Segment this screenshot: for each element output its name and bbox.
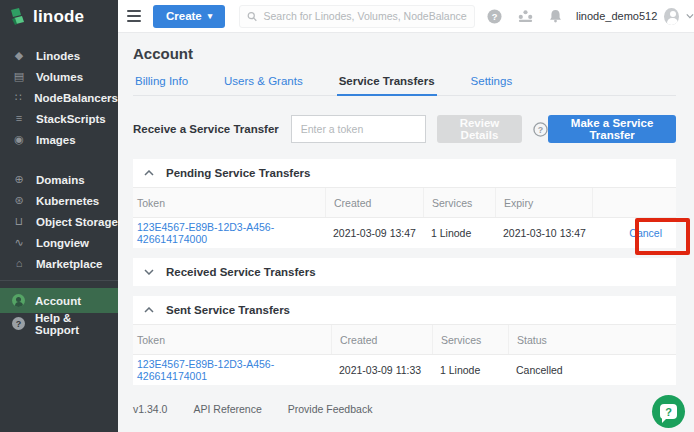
sidebar-item-label: Images	[36, 134, 76, 146]
brand-name: linode	[33, 7, 84, 27]
sidebar-item-images[interactable]: ◉ Images	[0, 129, 118, 150]
review-details-button[interactable]: Review Details	[437, 115, 522, 143]
avatar[interactable]	[664, 8, 679, 25]
sidebar-divider	[0, 280, 118, 281]
username[interactable]: linode_demo512	[576, 10, 657, 22]
linode-logo[interactable]: linode	[0, 0, 118, 33]
account-icon	[12, 294, 25, 307]
provide-feedback-link[interactable]: Provide Feedback	[288, 403, 373, 415]
pending-transfers-section: Pending Service Transfers Token Created …	[133, 159, 676, 248]
tab-service-transfers[interactable]: Service Transfers	[337, 75, 437, 96]
volumes-icon: ▤	[12, 71, 26, 82]
chevron-up-icon	[144, 307, 154, 313]
account-tabs: Billing Info Users & Grants Service Tran…	[133, 75, 676, 96]
make-service-transfer-button[interactable]: Make a Service Transfer	[548, 115, 676, 143]
receive-transfer-label: Receive a Service Transfer	[133, 123, 279, 135]
stackscripts-icon: ≡	[12, 113, 26, 124]
table-row: 123E4567-E89B-12D3-A456-426614174000 202…	[133, 217, 676, 248]
sidebar-item-label: Linodes	[36, 50, 80, 62]
sidebar-item-label: Volumes	[36, 71, 83, 83]
sidebar-item-linodes[interactable]: ◆ Linodes	[0, 45, 118, 66]
cancel-transfer-button[interactable]: Cancel	[629, 227, 662, 239]
svg-text:?: ?	[492, 11, 498, 21]
chevron-down-icon	[144, 269, 154, 275]
menu-icon[interactable]	[127, 10, 141, 22]
tab-users-grants[interactable]: Users & Grants	[222, 75, 305, 95]
token-input[interactable]	[291, 115, 426, 143]
search-icon	[247, 11, 257, 22]
receive-help-icon[interactable]: ?	[533, 122, 548, 137]
chevron-up-icon	[144, 170, 154, 176]
column-header-status: Status	[508, 325, 676, 354]
sidebar-item-account[interactable]: Account	[0, 288, 118, 313]
sidebar-item-marketplace[interactable]: ⌂ Marketplace	[0, 253, 118, 274]
community-icon[interactable]	[517, 9, 534, 23]
tab-billing-info[interactable]: Billing Info	[133, 75, 190, 95]
column-header-token: Token	[133, 188, 325, 217]
column-header-expiry: Expiry	[495, 188, 592, 217]
sidebar-item-volumes[interactable]: ▤ Volumes	[0, 66, 118, 87]
sidebar-item-longview[interactable]: ∿ Longview	[0, 232, 118, 253]
global-search[interactable]	[239, 5, 475, 28]
help-fab-button[interactable]: ?	[652, 395, 685, 428]
sidebar-item-stackscripts[interactable]: ≡ StackScripts	[0, 108, 118, 129]
sidebar-item-label: Kubernetes	[36, 195, 99, 207]
sidebar-item-object-storage[interactable]: ⊔ Object Storage	[0, 211, 118, 232]
sent-table-header: Token Created Services Status	[133, 324, 676, 354]
help-icon[interactable]: ?	[487, 9, 502, 24]
domains-icon: ⊕	[12, 174, 26, 185]
sent-status-cell: Cancelled	[508, 364, 676, 376]
sidebar-item-label: Help & Support	[35, 312, 118, 336]
create-button[interactable]: Create ▾	[153, 5, 225, 28]
help-icon: ?	[12, 317, 25, 330]
pending-expiry-cell: 2021-03-10 13:47	[495, 227, 592, 239]
sent-created-cell: 2021-03-09 11:33	[331, 364, 432, 376]
help-bubble-icon: ?	[660, 404, 677, 419]
sidebar-item-domains[interactable]: ⊕ Domains	[0, 169, 118, 190]
sidebar-item-kubernetes[interactable]: ⊛ Kubernetes	[0, 190, 118, 211]
pending-token-link[interactable]: 123E4567-E89B-12D3-A456-426614174000	[137, 221, 274, 245]
notifications-bell-icon[interactable]	[549, 9, 562, 23]
sidebar-item-nodebalancers[interactable]: ∷ NodeBalancers	[0, 87, 118, 108]
pending-table-header: Token Created Services Expiry	[133, 187, 676, 217]
top-bar: Create ▾ ? li	[118, 0, 694, 33]
sidebar-item-label: Longview	[36, 237, 89, 249]
page-footer: v1.34.0 API Reference Provide Feedback	[133, 403, 676, 415]
pending-services-cell: 1 Linode	[423, 227, 495, 239]
nodebalancers-icon: ∷	[12, 92, 24, 103]
linode-logo-icon	[10, 8, 26, 26]
search-input[interactable]	[263, 10, 467, 22]
user-menu-chevron-icon[interactable]	[686, 13, 694, 19]
main-content: Account Billing Info Users & Grants Serv…	[118, 33, 694, 432]
receive-transfer-row: Receive a Service Transfer Review Detail…	[133, 115, 676, 143]
topbar-icons: ?	[487, 9, 562, 24]
sent-services-cell: 1 Linode	[432, 364, 508, 376]
object-storage-icon: ⊔	[12, 216, 26, 227]
kubernetes-icon: ⊛	[12, 195, 26, 206]
sidebar-item-label: Marketplace	[36, 258, 102, 270]
sidebar: linode ◆ Linodes ▤ Volumes ∷ NodeBalance…	[0, 0, 118, 432]
linode-icon: ◆	[12, 50, 26, 61]
sidebar-item-help-support[interactable]: ? Help & Support	[0, 313, 118, 334]
section-title: Pending Service Transfers	[166, 167, 310, 179]
sent-section-header[interactable]: Sent Service Transfers	[133, 296, 676, 324]
sidebar-item-label: Object Storage	[36, 216, 118, 228]
page-title: Account	[133, 45, 676, 62]
api-reference-link[interactable]: API Reference	[193, 403, 261, 415]
version-label: v1.34.0	[133, 403, 167, 415]
pending-section-header[interactable]: Pending Service Transfers	[133, 159, 676, 187]
app-window: linode ◆ Linodes ▤ Volumes ∷ NodeBalance…	[0, 0, 694, 432]
sidebar-item-label: NodeBalancers	[34, 92, 118, 104]
received-section-header[interactable]: Received Service Transfers	[133, 258, 676, 286]
section-title: Sent Service Transfers	[166, 304, 290, 316]
create-button-label: Create	[166, 10, 202, 22]
tab-settings[interactable]: Settings	[469, 75, 515, 95]
column-header-created: Created	[331, 325, 432, 354]
sent-transfers-section: Sent Service Transfers Token Created Ser…	[133, 296, 676, 385]
column-header-token: Token	[133, 325, 331, 354]
column-header-actions	[592, 188, 676, 217]
pending-created-cell: 2021-03-09 13:47	[325, 227, 423, 239]
received-transfers-section: Received Service Transfers	[133, 258, 676, 286]
column-header-created: Created	[325, 188, 423, 217]
sent-token-link[interactable]: 123E4567-E89B-12D3-A456-426614174001	[137, 358, 274, 382]
